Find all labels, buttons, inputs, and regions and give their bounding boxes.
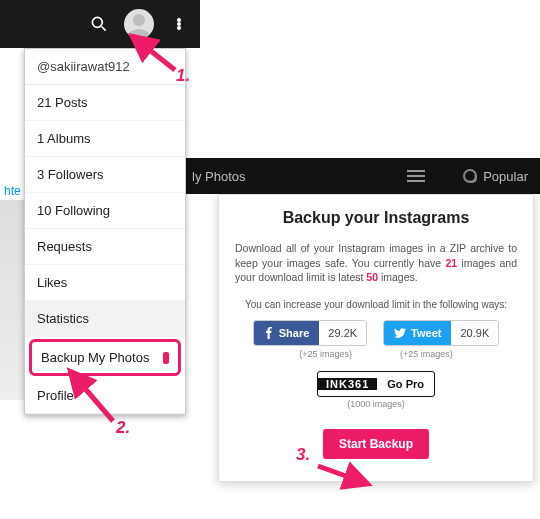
fb-bonus-text: (+25 images) <box>299 349 352 359</box>
menu-item-followers[interactable]: 3 Followers <box>25 157 185 193</box>
gopro-label: Go Pro <box>377 378 434 390</box>
menu-item-posts[interactable]: 21 Posts <box>25 85 185 121</box>
menu-item-following[interactable]: 10 Following <box>25 193 185 229</box>
annotation-arrow-3 <box>310 458 390 498</box>
fb-share-label: Share <box>279 327 310 339</box>
fb-share-count: 29.2K <box>319 321 366 345</box>
popular-link[interactable]: Popular <box>463 169 528 184</box>
popular-icon <box>463 169 477 183</box>
start-backup-button[interactable]: Start Backup <box>323 429 429 459</box>
menu-item-statistics[interactable]: Statistics <box>25 301 185 337</box>
annotation-number-2: 2. <box>116 418 130 438</box>
background-image <box>0 200 24 400</box>
twitter-icon <box>394 328 406 338</box>
tw-share-count: 20.9K <box>451 321 498 345</box>
tw-bonus-text: (+25 images) <box>400 349 453 359</box>
page-header-row: ly Photos Popular <box>180 158 540 194</box>
share-row: Share 29.2K Tweet 20.9K <box>235 320 517 346</box>
svg-point-0 <box>92 17 102 27</box>
facebook-icon <box>264 327 274 339</box>
modal-title: Backup your Instagrams <box>235 209 517 227</box>
go-pro-button[interactable]: INK361 Go Pro <box>317 371 435 397</box>
tw-share-label: Tweet <box>411 327 441 339</box>
menu-item-albums[interactable]: 1 Albums <box>25 121 185 157</box>
partial-link[interactable]: hte <box>0 180 25 202</box>
modal-description: Download all of your Instagram images in… <box>235 241 517 285</box>
search-icon[interactable] <box>88 13 110 35</box>
gopro-bonus-text: (1000 images) <box>235 399 517 409</box>
annotation-number-1: 1. <box>176 66 190 86</box>
gopro-brand: INK361 <box>318 378 377 390</box>
menu-item-likes[interactable]: Likes <box>25 265 185 301</box>
twitter-share-button[interactable]: Tweet 20.9K <box>383 320 499 346</box>
svg-line-1 <box>102 27 106 31</box>
facebook-share-button[interactable]: Share 29.2K <box>253 320 367 346</box>
modal-increase-text: You can increase your download limit in … <box>235 299 517 310</box>
menu-item-requests[interactable]: Requests <box>25 229 185 265</box>
popular-label: Popular <box>483 169 528 184</box>
annotation-number-3: 3. <box>296 445 310 465</box>
profile-dropdown-menu: @sakiirawat912 21 Posts 1 Albums 3 Follo… <box>24 48 186 415</box>
notification-badge <box>163 352 169 364</box>
page-title-fragment: ly Photos <box>192 169 245 184</box>
hamburger-icon[interactable] <box>407 175 425 177</box>
backup-modal: Backup your Instagrams Download all of y… <box>218 194 534 482</box>
